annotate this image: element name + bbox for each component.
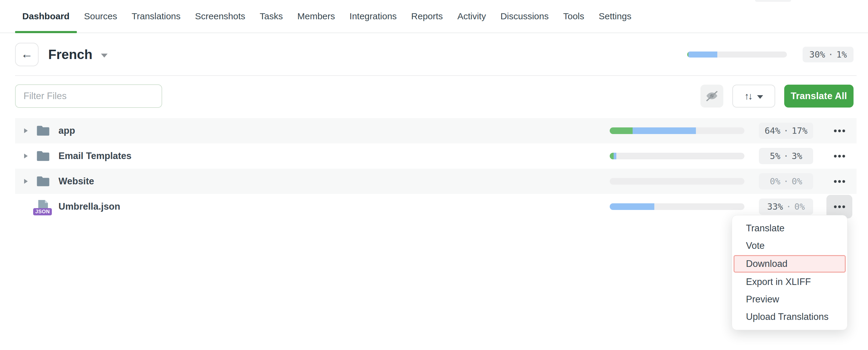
nav-tab-discussions[interactable]: Discussions xyxy=(493,0,556,33)
ellipsis-icon xyxy=(834,205,837,208)
approved-percent: 3% xyxy=(792,151,802,161)
language-dropdown-caret-icon[interactable] xyxy=(101,54,107,58)
file-progress-bar xyxy=(610,153,744,159)
file-row-stats: 64% · 17% xyxy=(610,119,857,142)
file-progress-bar xyxy=(610,178,744,185)
nav-tab-integrations[interactable]: Integrations xyxy=(342,0,404,33)
file-progress-bar xyxy=(610,127,744,134)
back-button[interactable]: ← xyxy=(15,43,38,66)
language-title: French xyxy=(48,47,93,62)
file-row-umbrella-json[interactable]: JSON Umbrella.json 33% · 0% xyxy=(15,194,857,219)
file-list: app 64% · 17% Email Te xyxy=(15,118,857,219)
nav-tab-members[interactable]: Members xyxy=(290,0,342,33)
translated-percent: 30% xyxy=(809,50,825,60)
nav-tab-label: Reports xyxy=(411,11,443,21)
file-progress-bar xyxy=(610,203,744,210)
ellipsis-icon xyxy=(834,129,837,132)
menu-item-download[interactable]: Download xyxy=(734,255,846,273)
translated-progress-segment xyxy=(632,127,696,134)
translated-percent: 33% xyxy=(767,201,783,212)
top-navigation: Dashboard Sources Translations Screensho… xyxy=(0,0,868,33)
hide-completed-button[interactable] xyxy=(701,85,723,107)
translated-percent: 5% xyxy=(770,151,780,161)
nav-tab-activity[interactable]: Activity xyxy=(450,0,493,33)
row-menu-button[interactable] xyxy=(827,119,852,142)
nav-tab-label: Tools xyxy=(563,11,584,21)
chevron-right-icon xyxy=(24,154,28,158)
approved-percent: 1% xyxy=(836,50,847,60)
folder-icon xyxy=(36,125,51,136)
page-header: ← French 30% · 1% xyxy=(0,33,868,75)
menu-item-preview[interactable]: Preview xyxy=(732,291,847,308)
folder-icon xyxy=(36,150,51,162)
nav-tab-label: Discussions xyxy=(500,11,549,21)
file-progress-badge: 33% · 0% xyxy=(759,198,813,215)
nav-tab-settings[interactable]: Settings xyxy=(592,0,639,33)
menu-item-upload-translations[interactable]: Upload Translations xyxy=(732,308,847,326)
nav-tab-label: Dashboard xyxy=(22,11,70,21)
translate-all-button[interactable]: Translate All xyxy=(784,85,854,107)
nav-tab-label: Tasks xyxy=(260,11,283,21)
file-row-stats: 0% · 0% xyxy=(610,169,857,193)
nav-tab-label: Members xyxy=(298,11,335,21)
translated-percent: 64% xyxy=(765,126,780,136)
nav-tab-reports[interactable]: Reports xyxy=(404,0,450,33)
expand-chevron[interactable] xyxy=(23,128,29,133)
nav-tab-label: Activity xyxy=(457,11,486,21)
nav-tab-dashboard[interactable]: Dashboard xyxy=(15,0,77,33)
file-progress-badge: 5% · 3% xyxy=(759,148,813,164)
language-progress-badge: 30% · 1% xyxy=(803,47,854,62)
expand-chevron[interactable] xyxy=(23,179,29,184)
language-progress-bar xyxy=(687,52,787,58)
file-name: Email Templates xyxy=(59,151,131,161)
active-tab-underline xyxy=(15,31,77,33)
ellipsis-icon xyxy=(834,180,837,183)
menu-item-vote[interactable]: Vote xyxy=(732,237,847,255)
nav-tab-label: Integrations xyxy=(350,11,397,21)
nav-tab-label: Settings xyxy=(599,11,631,21)
file-row-stats: 5% · 3% xyxy=(610,144,857,168)
json-file-icon: JSON xyxy=(36,199,51,214)
nav-tab-sources[interactable]: Sources xyxy=(77,0,124,33)
nav-tab-label: Screenshots xyxy=(195,11,245,21)
translated-percent: 0% xyxy=(770,176,780,186)
badge-separator: · xyxy=(828,50,833,60)
menu-item-export-in-xliff[interactable]: Export in XLIFF xyxy=(732,273,847,291)
approved-progress-segment xyxy=(610,153,614,159)
menu-item-translate[interactable]: Translate xyxy=(732,220,847,237)
file-row-website[interactable]: Website 0% · 0% xyxy=(15,169,857,194)
nav-tab-label: Sources xyxy=(84,11,117,21)
header-progress-area: 30% · 1% xyxy=(687,47,854,62)
translated-progress-segment xyxy=(688,52,717,58)
back-arrow-icon: ← xyxy=(21,48,33,60)
chevron-right-icon xyxy=(24,179,28,184)
nav-tab-translations[interactable]: Translations xyxy=(124,0,188,33)
chevron-right-icon xyxy=(24,128,28,133)
badge-separator: · xyxy=(786,201,791,212)
file-progress-badge: 64% · 17% xyxy=(759,123,813,139)
file-progress-badge: 0% · 0% xyxy=(759,173,813,189)
file-row-email-templates[interactable]: Email Templates 5% · 3% xyxy=(15,144,857,169)
row-menu-button[interactable] xyxy=(827,144,852,168)
approved-percent: 0% xyxy=(792,176,802,186)
badge-separator: · xyxy=(783,151,788,161)
nav-tab-label: Translations xyxy=(132,11,181,21)
badge-separator: · xyxy=(783,176,788,186)
file-toolbar: ↑↓ Translate All xyxy=(0,76,868,118)
file-context-menu: Translate Vote Download Export in XLIFF … xyxy=(732,215,847,330)
folder-icon xyxy=(36,176,51,187)
nav-tab-tasks[interactable]: Tasks xyxy=(253,0,290,33)
row-menu-button[interactable] xyxy=(827,169,852,193)
ellipsis-icon xyxy=(834,155,837,158)
eye-off-icon xyxy=(705,90,718,103)
nav-tab-screenshots[interactable]: Screenshots xyxy=(188,0,253,33)
filter-files-input[interactable] xyxy=(15,84,162,108)
file-row-app[interactable]: app 64% · 17% xyxy=(15,118,857,144)
project-language-page: Dashboard Sources Translations Screensho… xyxy=(0,0,868,350)
sort-button[interactable]: ↑↓ xyxy=(733,85,775,107)
sort-caret-icon xyxy=(757,95,763,99)
sort-arrows-icon: ↑↓ xyxy=(744,91,752,102)
nav-tab-tools[interactable]: Tools xyxy=(556,0,591,33)
file-name: Website xyxy=(59,176,94,187)
expand-chevron[interactable] xyxy=(23,154,29,158)
